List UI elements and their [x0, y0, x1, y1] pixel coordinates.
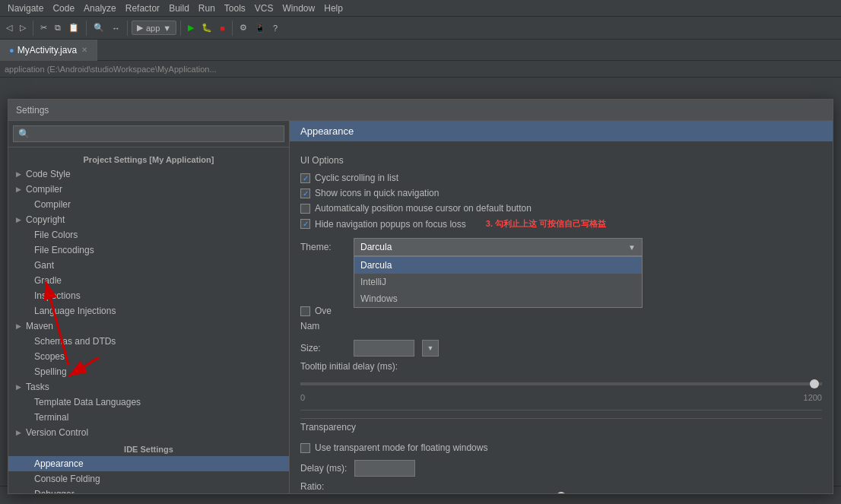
tree-compiler1[interactable]: ▶ Compiler	[8, 182, 289, 197]
menu-run[interactable]: Run	[194, 2, 220, 15]
sdk-btn[interactable]: ⚙	[236, 21, 250, 34]
ui-options-label: UI Options	[300, 155, 822, 166]
settings-dialog: Settings Project Settings [My Applicatio…	[8, 99, 833, 494]
tooltip-slider-track[interactable]	[300, 376, 822, 391]
toolbar-find[interactable]: 🔍	[90, 21, 107, 34]
size-input[interactable]: 12	[354, 340, 414, 357]
cyclic-scroll-checkbox[interactable]	[300, 173, 310, 183]
separator	[300, 410, 822, 410]
toolbar-sep2	[86, 21, 87, 36]
hide-popups-checkbox[interactable]	[300, 219, 310, 229]
tree-label: Appearance	[24, 458, 84, 469]
tab-myactivity[interactable]: ● MyActivity.java ✕	[0, 40, 97, 61]
tree-compiler2[interactable]: Compiler	[8, 197, 289, 212]
theme-option-windows[interactable]: Windows	[354, 290, 642, 307]
override-label[interactable]: Ove	[315, 306, 332, 316]
settings-title: Settings	[16, 105, 49, 116]
tree-label: File Colors	[24, 230, 78, 240]
tree-file-encodings[interactable]: File Encodings	[8, 242, 289, 258]
tree-code-style[interactable]: ▶ Code Style	[8, 166, 289, 182]
menu-code[interactable]: Code	[48, 2, 79, 15]
toolbar-replace[interactable]: ↔	[109, 22, 123, 34]
debug-btn[interactable]: 🐛	[198, 21, 215, 34]
option-hide-popups: Hide navigation popups on focus loss 3. …	[300, 216, 822, 232]
tree-scopes[interactable]: Scopes	[8, 349, 289, 364]
menu-window[interactable]: Window	[278, 2, 320, 15]
tree-gant[interactable]: Gant	[8, 258, 289, 273]
tree-tasks[interactable]: ▶ Tasks	[8, 379, 289, 395]
menu-navigate[interactable]: Navigate	[3, 2, 48, 15]
tree-maven[interactable]: ▶ Maven	[8, 319, 289, 334]
override-checkbox[interactable]	[300, 306, 310, 316]
tree-console-folding[interactable]: Console Folding	[8, 471, 289, 487]
auto-pos-checkbox[interactable]	[300, 204, 310, 214]
toolbar: ◁ ▷ ✂ ⧉ 📋 🔍 ↔ ▶ app ▼ ▶ 🐛 ■ ⚙ 📱 ?	[0, 17, 841, 40]
help-btn[interactable]: ?	[270, 22, 281, 34]
theme-label: Theme:	[300, 242, 346, 252]
settings-search[interactable]	[13, 125, 284, 142]
transparent-checkbox[interactable]	[300, 443, 310, 453]
size-dropdown[interactable]: ▼	[422, 340, 822, 357]
run-btn[interactable]: ▶	[185, 21, 197, 34]
delay-input[interactable]: 1500	[354, 460, 415, 477]
arrow-icon: ▶	[16, 383, 21, 391]
tree-debugger[interactable]: Debugger	[8, 487, 289, 493]
menu-bar: Navigate Code Analyze Refactor Build Run…	[0, 0, 841, 17]
transparent-label[interactable]: Use transparent mode for floating window…	[315, 442, 487, 453]
ratio-label: Ratio:	[300, 481, 324, 492]
auto-pos-label[interactable]: Automatically position mouse cursor on d…	[315, 203, 532, 214]
show-icons-checkbox[interactable]	[300, 189, 310, 198]
theme-dropdown-btn[interactable]: Darcula ▼	[354, 238, 643, 256]
tree-spelling[interactable]: Spelling	[8, 364, 289, 379]
app-selector-icon: ▶	[137, 23, 143, 33]
tab-close[interactable]: ✕	[81, 46, 87, 54]
toolbar-cut[interactable]: ✂	[37, 21, 50, 34]
size-dropdown-arrow: ▼	[427, 344, 434, 352]
toolbar-sep5	[232, 21, 233, 36]
toolbar-sep3	[127, 21, 128, 36]
tree-file-colors[interactable]: File Colors	[8, 227, 289, 242]
toolbar-sep1	[33, 21, 33, 36]
menu-help[interactable]: Help	[319, 2, 348, 15]
tree-copyright[interactable]: ▶ Copyright	[8, 212, 289, 227]
tree-gradle[interactable]: Gradle	[8, 273, 289, 288]
settings-title-bar: Settings	[8, 100, 833, 121]
theme-dropdown-list: Darcula IntelliJ Windows	[354, 256, 643, 308]
tree-template-data[interactable]: Template Data Languages	[8, 395, 289, 410]
ratio-thumb	[557, 492, 566, 493]
tree-terminal[interactable]: Terminal	[8, 410, 289, 425]
menu-refactor[interactable]: Refactor	[121, 2, 164, 15]
menu-vcs[interactable]: VCS	[250, 2, 278, 15]
tooltip-slider-container: Tooltip initial delay (ms): 0 1200	[300, 361, 822, 402]
menu-analyze[interactable]: Analyze	[79, 2, 121, 15]
toolbar-forward[interactable]: ▷	[17, 21, 29, 34]
hide-popups-label[interactable]: Hide navigation popups on focus loss	[315, 219, 466, 230]
toolbar-copy[interactable]: ⧉	[52, 21, 64, 34]
tree-label: Gant	[24, 260, 54, 271]
tree-label: Spelling	[24, 366, 67, 377]
settings-content: UI Options Cyclic scrolling in list Show…	[290, 141, 833, 493]
theme-option-intellij[interactable]: IntelliJ	[354, 274, 642, 290]
avd-btn[interactable]: 📱	[252, 21, 268, 34]
tree-language-injections[interactable]: Language Injections	[8, 303, 289, 319]
tree-appearance[interactable]: Appearance	[8, 456, 289, 471]
tree-version-control[interactable]: ▶ Version Control	[8, 425, 289, 440]
app-selector[interactable]: ▶ app ▼	[132, 21, 176, 35]
menu-build[interactable]: Build	[164, 2, 194, 15]
tree-label: Language Injections	[24, 306, 116, 316]
stop-btn[interactable]: ■	[217, 22, 228, 34]
cyclic-scroll-label[interactable]: Cyclic scrolling in list	[315, 173, 398, 183]
toolbar-paste[interactable]: 📋	[65, 21, 82, 34]
slider-labels: 0 1200	[300, 393, 822, 402]
theme-row: Theme: Darcula ▼ Darcula IntelliJ Window…	[300, 238, 822, 256]
show-icons-label[interactable]: Show icons in quick navigation	[315, 188, 439, 198]
theme-option-darcula[interactable]: Darcula	[354, 257, 642, 274]
menu-tools[interactable]: Tools	[220, 2, 250, 15]
size-arrow-btn[interactable]: ▼	[422, 340, 439, 357]
tree-schemas[interactable]: Schemas and DTDs	[8, 334, 289, 349]
appearance-header: Appearance	[290, 121, 833, 141]
toolbar-back[interactable]: ◁	[3, 21, 15, 34]
tree-inspections[interactable]: Inspections	[8, 288, 289, 303]
tab-icon: ●	[9, 46, 14, 55]
settings-body: Project Settings [My Application] ▶ Code…	[8, 121, 833, 493]
